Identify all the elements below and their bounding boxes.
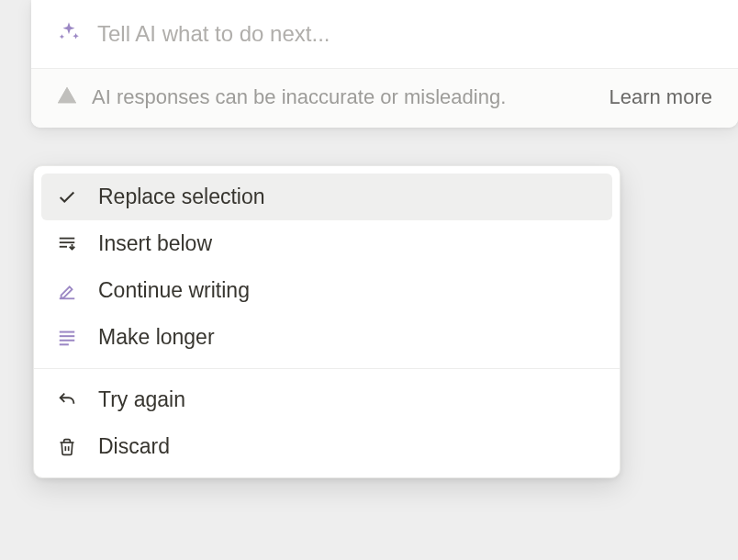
ai-panel: AI responses can be inaccurate or mislea… — [31, 0, 738, 128]
menu-item-discard[interactable]: Discard — [41, 423, 612, 470]
check-icon — [56, 186, 78, 208]
ai-actions-menu: Replace selection Insert below Continue … — [33, 165, 621, 478]
menu-item-make-longer[interactable]: Make longer — [41, 314, 612, 361]
pencil-icon — [56, 280, 78, 302]
sparkle-icon — [57, 20, 81, 48]
undo-icon — [56, 389, 78, 411]
disclaimer-text: AI responses can be inaccurate or mislea… — [92, 85, 506, 109]
menu-item-label: Discard — [98, 434, 170, 459]
menu-item-try-again[interactable]: Try again — [41, 376, 612, 423]
ai-input-row — [31, 0, 738, 68]
disclaimer-row: AI responses can be inaccurate or mislea… — [31, 68, 738, 128]
warning-icon — [57, 85, 77, 109]
insert-below-icon — [56, 233, 78, 255]
menu-item-label: Continue writing — [98, 278, 250, 303]
ai-prompt-input[interactable] — [97, 21, 712, 47]
menu-item-replace-selection[interactable]: Replace selection — [41, 174, 612, 220]
menu-item-continue-writing[interactable]: Continue writing — [41, 267, 612, 314]
menu-item-label: Try again — [98, 387, 185, 412]
menu-item-label: Replace selection — [98, 185, 265, 209]
lines-icon — [56, 327, 78, 349]
menu-item-insert-below[interactable]: Insert below — [41, 220, 612, 267]
trash-icon — [56, 436, 78, 458]
menu-item-label: Insert below — [98, 231, 212, 256]
menu-item-label: Make longer — [98, 325, 215, 350]
learn-more-link[interactable]: Learn more — [609, 85, 712, 109]
menu-divider — [34, 368, 620, 369]
